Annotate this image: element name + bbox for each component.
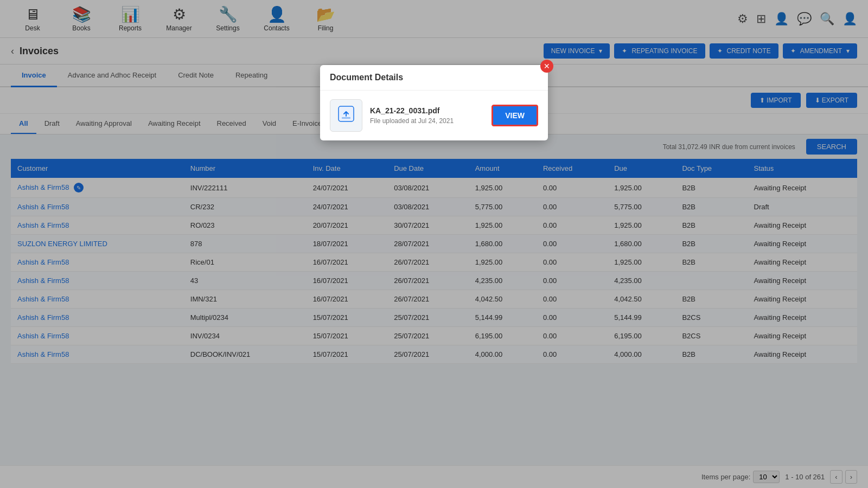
file-info: KA_21-22_0031.pdf File uploaded at Jul 2… [370,106,484,125]
svg-rect-1 [342,117,350,119]
modal-overlay: Document Details ✕ KA_21-22_0031.pdf Fil… [0,0,868,488]
modal-header: Document Details ✕ [320,65,548,91]
file-name: KA_21-22_0031.pdf [370,106,484,115]
file-icon-box [330,99,362,132]
modal-title: Document Details [330,73,403,82]
file-date: File uploaded at Jul 24, 2021 [370,117,484,125]
view-button[interactable]: VIEW [492,105,538,126]
document-details-modal: Document Details ✕ KA_21-22_0031.pdf Fil… [320,65,548,140]
modal-body: KA_21-22_0031.pdf File uploaded at Jul 2… [320,91,548,140]
modal-close-button[interactable]: ✕ [540,60,553,73]
upload-icon [336,104,356,127]
